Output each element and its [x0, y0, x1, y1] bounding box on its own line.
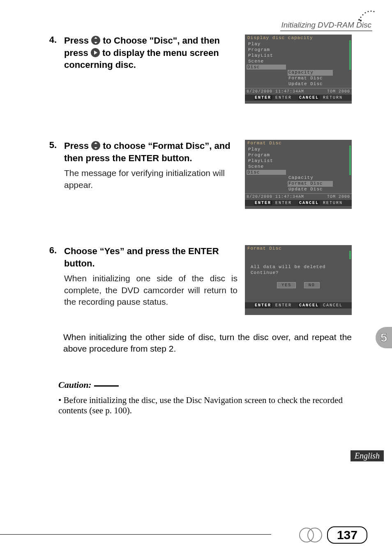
step5-text-a: Press — [64, 141, 91, 151]
step-number: 6. — [45, 245, 57, 315]
step5-body: The message for verifying initialization… — [64, 167, 238, 191]
footer-line — [0, 534, 271, 535]
submenu-format-selected: Format Disc — [288, 181, 333, 187]
step4-text-a: Press — [64, 35, 91, 46]
no-button[interactable]: NO — [304, 282, 320, 288]
cancel-label: RETURN — [323, 201, 343, 205]
timestamp: 8/20/2000 11:47:34AM — [247, 89, 304, 94]
caution-label: Caution: — [58, 380, 92, 390]
step-5: 5. Press to choose “Format Disc”, and th… — [45, 140, 352, 209]
menu-play: Play — [247, 42, 286, 46]
svg-point-6 — [373, 11, 374, 12]
step6-body: When initializing one side of the disc i… — [64, 273, 238, 308]
menu-playlist: PlayList — [247, 53, 286, 58]
chapter-tab: 5 — [376, 327, 392, 348]
cancel-key: CANCEL — [298, 303, 320, 308]
timestamp: 8/20/2000 11:47:34AM — [247, 195, 304, 199]
owner: TOM 2000 — [327, 89, 350, 94]
step-number: 4. — [45, 35, 57, 104]
scrollbar-icon — [349, 251, 351, 259]
screen-title: Format Disc — [245, 140, 352, 146]
svg-point-3 — [364, 12, 366, 13]
chapter-number: 5 — [380, 331, 387, 345]
step-6: 6. Choose “Yes” and press the ENTER butt… — [45, 245, 352, 315]
dialog-msg1: All data will be deleted — [251, 264, 346, 270]
enter-key: ENTER — [254, 201, 272, 205]
menu-disc-selected: Disc — [247, 65, 286, 70]
screen-title: Format Disc — [245, 245, 352, 252]
submenu-update: Update Disc — [288, 187, 333, 192]
svg-point-5 — [370, 10, 371, 12]
svg-point-1 — [360, 16, 361, 18]
menu-scene: Scene — [247, 164, 286, 169]
menu-playlist: PlayList — [247, 158, 286, 163]
enter-label: ENTER — [275, 303, 292, 308]
menu-program: Program — [247, 153, 286, 158]
dialog-msg2: Continue? — [251, 270, 346, 276]
scrollbar-icon — [349, 146, 351, 175]
step6-heading: Choose “Yes” and press the ENTER button. — [64, 246, 219, 269]
step-number: 5. — [45, 140, 57, 209]
caution-line-icon — [94, 385, 119, 387]
svg-point-2 — [362, 14, 363, 15]
step-4: 4. Press to Choose "Disc", and then pres… — [45, 35, 352, 104]
enter-label: ENTER — [275, 201, 292, 205]
owner: TOM 2000 — [327, 195, 350, 199]
dial-up-down-icon — [91, 141, 100, 150]
dial-up-down-icon — [91, 36, 100, 45]
screen-title: Display disc capacity — [245, 35, 352, 41]
cancel-key: CANCEL — [298, 95, 320, 100]
page-number-box: 137 — [299, 526, 367, 544]
language-tab: English — [350, 450, 384, 461]
page-number: 137 — [327, 526, 367, 544]
scrollbar-icon — [349, 40, 351, 70]
menu-disc-selected: Disc — [247, 170, 286, 175]
disc-icon — [299, 528, 323, 542]
screenshot-format-menu: Format Disc Play Program PlayList Scene … — [245, 140, 352, 209]
cancel-key: CANCEL — [298, 201, 320, 205]
after-text: When initializing the other side of disc… — [63, 331, 352, 355]
screenshot-disc-menu: Display disc capacity Play Program PlayL… — [245, 35, 352, 104]
menu-scene: Scene — [247, 59, 286, 64]
svg-point-4 — [367, 11, 369, 12]
submenu-update: Update Disc — [288, 81, 333, 87]
enter-label: ENTER — [275, 95, 292, 100]
submenu-capacity: Capacity — [288, 70, 333, 76]
submenu-capacity: Capacity — [288, 175, 333, 181]
submenu-format: Format Disc — [288, 76, 333, 81]
dial-right-icon — [91, 48, 100, 57]
caution-item: • Before initializing the disc, use the … — [58, 395, 352, 416]
enter-key: ENTER — [254, 95, 272, 100]
menu-play: Play — [247, 147, 286, 152]
yes-button[interactable]: YES — [277, 282, 296, 288]
enter-key: ENTER — [254, 303, 272, 308]
cancel-label: CANCEL — [323, 303, 343, 308]
page-header: Initializing DVD-RAM Disc — [280, 21, 372, 31]
menu-program: Program — [247, 47, 286, 52]
cancel-label: RETURN — [323, 95, 343, 100]
screenshot-format-dialog: Format Disc All data will be deleted Con… — [245, 245, 352, 315]
